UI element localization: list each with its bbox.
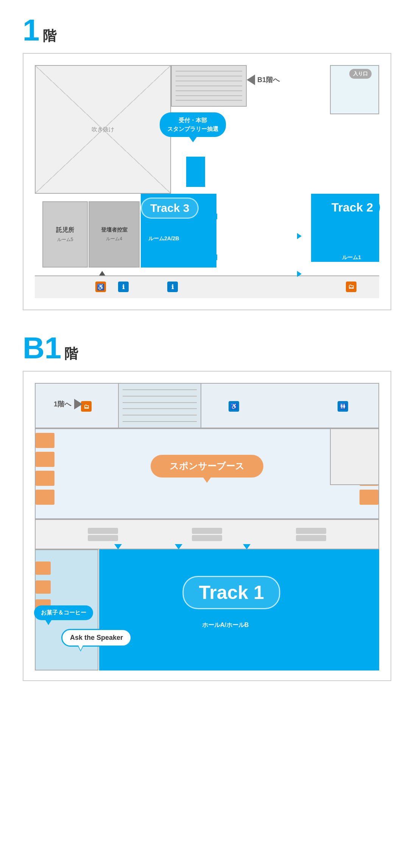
track1-bubble: Track 1	[182, 576, 280, 609]
sponsor-bubble: スポンサーブース	[151, 455, 263, 478]
facility-icon-1: ♿	[95, 282, 106, 292]
table-unit-2	[192, 528, 222, 541]
room4-num: ルーム4	[106, 236, 122, 242]
b1-top-corridor: 🗂 ♀ ♿ 🚻	[35, 383, 379, 428]
facility-icon-4: 🗂	[346, 282, 356, 292]
b1-facility-1: 🗂	[81, 401, 92, 412]
down-arrow-1	[114, 544, 122, 549]
goto1f-arrow-icon	[74, 399, 82, 409]
hallAB-label: ホールA/ホールB	[202, 621, 249, 629]
reception-bubble: 受付・本部スタンプラリー抽選	[160, 112, 226, 137]
room5-name: 託児所	[56, 226, 74, 234]
floorB1-number: B1	[23, 333, 61, 363]
snack-label: お菓子＆コーヒー	[41, 609, 86, 616]
floor1-kanji: 階	[43, 27, 56, 45]
booth-rect-r4	[360, 490, 378, 505]
goto1f-text: 1階へ	[54, 400, 71, 409]
stairs-top	[171, 65, 247, 107]
track2-bubble: Track 2	[325, 197, 380, 218]
b1-left-booth-1	[36, 562, 51, 575]
ask-speaker-label: Ask the Speaker	[70, 634, 123, 641]
sponsor-label: スポンサーブース	[170, 461, 244, 471]
b1-right-room	[330, 428, 379, 485]
b1-stairs	[118, 383, 201, 428]
b1-left-booth-2	[36, 580, 51, 594]
reception-text: 受付・本部スタンプラリー抽選	[167, 117, 218, 132]
b1-arrow-icon	[247, 75, 255, 85]
room5-num: ルーム5	[57, 236, 73, 243]
booth-rect-l1	[36, 433, 54, 448]
floorB1-heading: B1 階	[23, 333, 391, 363]
track3-label: Track 3	[150, 202, 189, 214]
room4-area: 登壇者控室 ルーム4	[89, 201, 140, 268]
b1-direction-label: B1階へ	[247, 75, 280, 85]
track2-arrow	[297, 233, 302, 239]
room5-area: 託児所 ルーム5	[42, 201, 88, 268]
b1-label-text: B1階へ	[257, 75, 280, 84]
down-arrow-3	[243, 544, 251, 549]
booth-rect-l2	[36, 452, 54, 467]
entrance-label: 入り口	[349, 69, 372, 79]
b1-middle-section	[35, 519, 379, 549]
floorB1-plan: 🗂 ♀ ♿ 🚻 1階へ	[23, 371, 391, 681]
booth-rect-l4	[36, 490, 54, 505]
facility-icon-3: ℹ	[167, 282, 178, 292]
atrium-label: 吹き抜け	[92, 126, 114, 133]
snack-bubble: お菓子＆コーヒー	[34, 605, 93, 620]
track2-label: Track 2	[332, 201, 373, 214]
table-unit-3	[296, 528, 326, 541]
room1-label: ルーム1	[342, 254, 361, 261]
ask-speaker-bubble: Ask the Speaker	[61, 629, 132, 647]
facility-icon-2: ℹ	[118, 282, 129, 292]
goto1f-label: 1階へ	[54, 399, 82, 409]
track3-bubble: Track 3	[141, 198, 199, 219]
reception-indicator	[186, 157, 205, 187]
down-arrow-2	[175, 544, 182, 549]
track2-arrow2	[297, 271, 302, 277]
arrow-up-icon	[99, 271, 105, 275]
bottom-facilities: ♿ ℹ ℹ 🗂	[35, 275, 379, 298]
b1-facility-access: ♿	[229, 401, 239, 412]
room4-name: 登壇者控室	[101, 227, 128, 233]
room2ab-label: ルーム2A/2B	[148, 235, 179, 242]
track1-label: Track 1	[199, 582, 264, 603]
table-unit-1	[88, 528, 118, 541]
track1-area	[99, 549, 379, 670]
b1-facility-wc: 🚻	[338, 401, 348, 412]
floorB1-kanji: 階	[64, 345, 78, 363]
atrium-area: 吹き抜け	[35, 65, 171, 194]
floor1-number: 1	[23, 15, 40, 45]
floor1-heading: 1 階	[23, 15, 391, 45]
booth-rect-l3	[36, 471, 54, 486]
floor1-plan: 吹き抜け B1階へ 入り口 受付・本部スタンプラリー抽選	[23, 53, 391, 310]
